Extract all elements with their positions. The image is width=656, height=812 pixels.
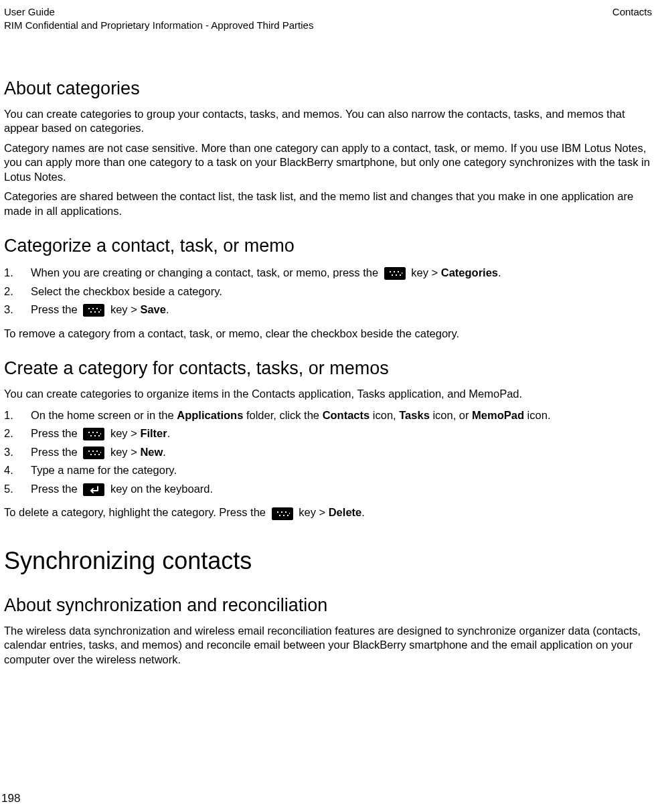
text: key >	[299, 506, 328, 518]
blackberry-key-icon	[83, 428, 104, 440]
enter-key-icon	[83, 483, 104, 496]
section-categorize: Categorize a contact, task, or memo When…	[4, 236, 652, 341]
heading-create-category: Create a category for contacts, tasks, o…	[4, 358, 652, 379]
step-bold: Filter	[140, 427, 167, 439]
step-text: When you are creating or changing a cont…	[31, 266, 382, 278]
step-item: When you are creating or changing a cont…	[4, 264, 652, 282]
section-about-sync: About synchronization and reconciliation…	[4, 595, 652, 667]
step-item: On the home screen or in the Application…	[4, 407, 652, 424]
header-confidential: RIM Confidential and Proprietary Informa…	[4, 19, 313, 32]
step-text: key >	[110, 427, 140, 439]
step-text: icon.	[524, 409, 550, 421]
step-text: .	[498, 266, 501, 278]
text: .	[361, 506, 365, 518]
paragraph: To delete a category, highlight the cate…	[4, 505, 652, 519]
paragraph: You can create categories to group your …	[4, 107, 652, 136]
bold-text: Delete	[329, 506, 362, 518]
blackberry-key-icon	[83, 304, 104, 317]
page-header: User Guide RIM Confidential and Propriet…	[4, 5, 652, 31]
steps-list: On the home screen or in the Application…	[4, 407, 652, 498]
step-text: icon, or	[430, 409, 472, 421]
paragraph: You can create categories to organize it…	[4, 387, 652, 401]
step-text: Press the	[31, 483, 80, 495]
step-bold: New	[140, 446, 163, 458]
text: To delete a category, highlight the cate…	[4, 506, 269, 518]
paragraph: Category names are not case sensitive. M…	[4, 141, 652, 184]
step-text: key on the keyboard.	[110, 483, 213, 495]
step-text: .	[166, 303, 169, 315]
step-bold: MemoPad	[472, 409, 524, 421]
section-about-categories: About categories You can create categori…	[4, 78, 652, 218]
paragraph: The wireless data synchronization and wi…	[4, 624, 652, 667]
step-text: folder, click the	[243, 409, 322, 421]
step-text: .	[163, 446, 166, 458]
step-item: Select the checkbox beside a category.	[4, 283, 652, 301]
step-text: key >	[110, 446, 140, 458]
step-text: key >	[110, 303, 140, 315]
step-item: Press the key > Save.	[4, 301, 652, 319]
header-left: User Guide RIM Confidential and Propriet…	[4, 5, 313, 31]
step-text: icon,	[370, 409, 399, 421]
step-item: Press the key > Filter.	[4, 425, 652, 442]
step-text: key >	[411, 266, 440, 278]
blackberry-key-icon	[83, 446, 104, 459]
step-text: .	[167, 427, 171, 439]
header-section: Contacts	[612, 5, 652, 31]
step-item: Type a name for the category.	[4, 462, 652, 479]
step-item: Press the key > New.	[4, 444, 652, 461]
heading-categorize: Categorize a contact, task, or memo	[4, 236, 652, 256]
step-bold: Save	[140, 303, 166, 315]
heading-about-sync: About synchronization and reconciliation	[4, 595, 652, 616]
blackberry-key-icon	[272, 507, 293, 520]
step-text: Press the	[31, 446, 80, 458]
section-create-category: Create a category for contacts, tasks, o…	[4, 358, 652, 520]
step-text: Press the	[31, 427, 80, 439]
header-title: User Guide	[4, 5, 313, 19]
page-number: 198	[1, 792, 20, 805]
step-bold: Tasks	[399, 409, 430, 421]
step-text: On the home screen or in the	[31, 409, 177, 421]
step-item: Press the key on the keyboard.	[4, 481, 652, 498]
heading-about-categories: About categories	[4, 78, 652, 99]
paragraph: Categories are shared between the contac…	[4, 189, 652, 218]
heading-synchronizing: Synchronizing contacts	[4, 547, 652, 575]
step-text: Press the	[31, 303, 80, 315]
step-bold: Categories	[441, 266, 498, 278]
steps-list: When you are creating or changing a cont…	[4, 264, 652, 319]
step-bold: Applications	[177, 409, 243, 421]
step-bold: Contacts	[323, 409, 370, 421]
blackberry-key-icon	[384, 267, 406, 280]
paragraph: To remove a category from a contact, tas…	[4, 327, 652, 341]
